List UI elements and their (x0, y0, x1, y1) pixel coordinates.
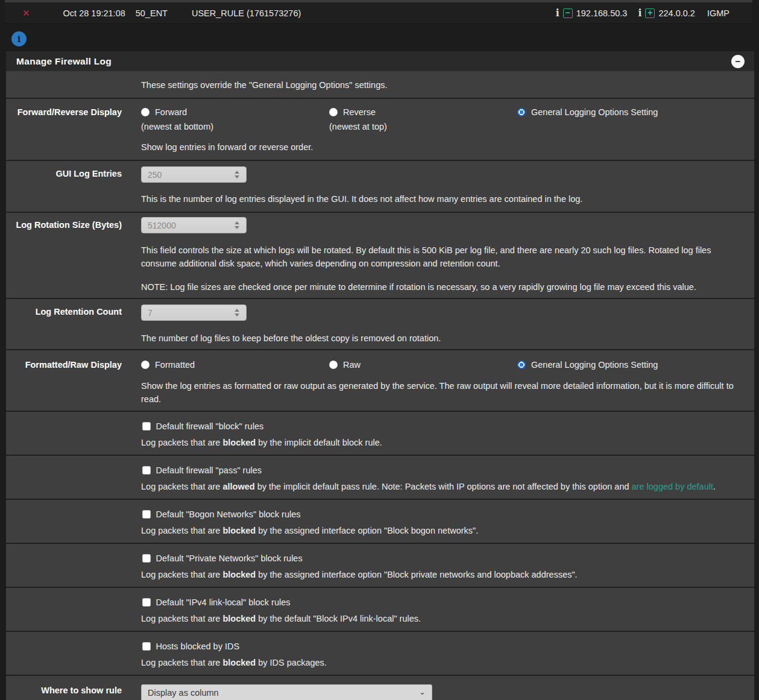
radio-option-general-logging[interactable]: General Logging Options Setting (517, 360, 658, 370)
bogon-networks-help: Log packets that are blocked by the assi… (141, 524, 740, 537)
default-block-rules-row: Default firewall "block" rules Log packe… (6, 411, 754, 455)
info-circle-icon[interactable]: i (11, 31, 27, 46)
bogon-networks-row: Default "Bogon Networks" block rules Log… (6, 499, 754, 543)
ipv4-linklocal-help: Log packets that are blocked by the defa… (141, 612, 740, 625)
log-rotation-label: Log Rotation Size (Bytes) (6, 213, 122, 298)
source-info-icon[interactable]: i (556, 7, 559, 19)
panel-title: Manage Firewall Log (16, 56, 112, 67)
forward-reverse-help: Show log entries in forward or reverse o… (141, 140, 740, 154)
log-rule: USER_RULE (1761573276) (192, 8, 301, 18)
gui-log-entries-row: GUI Log Entries 250 This is the number o… (6, 160, 754, 212)
private-networks-row: Default "Private Networks" block rules L… (6, 543, 754, 587)
radio-option-forward[interactable]: Forward (141, 107, 329, 117)
log-retention-label: Log Retention Count (6, 299, 122, 349)
where-to-show-rule-row: Where to show rule Display as column ⌄ (6, 675, 754, 700)
log-addresses: i − 192.168.50.3 i + 224.0.0.2 IGMP (556, 7, 729, 19)
log-retention-input[interactable]: 7 (141, 304, 247, 321)
where-to-show-rule-label: Where to show rule (6, 676, 122, 700)
logged-by-default-link[interactable]: are logged by default (632, 482, 713, 491)
default-block-rules-checkbox[interactable] (142, 422, 151, 430)
destination-easyrule-pass-icon[interactable]: + (645, 8, 655, 18)
spinner-down-icon[interactable] (235, 314, 239, 317)
forward-sub-label: (newest at bottom) (141, 122, 329, 131)
private-networks-label[interactable]: Default "Private Networks" block rules (156, 553, 303, 563)
log-rotation-row: Log Rotation Size (Bytes) 512000 This fi… (6, 212, 754, 298)
spinner-up-icon[interactable] (235, 171, 239, 174)
ipv4-linklocal-label[interactable]: Default "IPv4 link-local" block rules (156, 598, 291, 607)
hosts-blocked-ids-checkbox[interactable] (142, 642, 151, 651)
default-block-rules-help: Log packets that are blocked by the impl… (141, 436, 740, 449)
log-retention-row: Log Retention Count 7 The number of log … (6, 298, 754, 349)
manage-firewall-log-panel: Manage Firewall Log − These settings ove… (6, 51, 754, 700)
intro-text: These settings override the "General Log… (141, 78, 740, 92)
chevron-down-icon: ⌄ (419, 687, 426, 696)
log-rotation-note: NOTE: Log file sizes are checked once pe… (141, 280, 740, 294)
panel-body: These settings override the "General Log… (6, 71, 754, 700)
log-time: Oct 28 19:21:08 (63, 8, 125, 18)
number-spinner[interactable] (235, 218, 239, 233)
hosts-blocked-ids-label[interactable]: Hosts blocked by IDS (156, 642, 240, 651)
spinner-down-icon[interactable] (235, 226, 239, 229)
radio-general-logging-icon[interactable] (517, 108, 526, 116)
bogon-networks-label[interactable]: Default "Bogon Networks" block rules (156, 509, 301, 519)
panel-header: Manage Firewall Log − (6, 51, 754, 71)
ipv4-linklocal-checkbox[interactable] (142, 598, 151, 607)
gui-log-entries-input[interactable]: 250 (141, 166, 247, 183)
private-networks-help: Log packets that are blocked by the assi… (141, 568, 740, 581)
destination-ip[interactable]: 224.0.0.2 (658, 8, 694, 18)
default-pass-rules-row: Default firewall "pass" rules Log packet… (6, 455, 754, 499)
info-row: i (11, 31, 759, 46)
firewall-log-entry-row[interactable]: ✕ Oct 28 19:21:08 50_ENT USER_RULE (1761… (5, 2, 752, 24)
collapse-panel-button[interactable]: − (731, 55, 745, 68)
forward-reverse-row: Forward/Reverse Display Forward Reverse … (6, 98, 754, 160)
source-easyrule-block-icon[interactable]: − (563, 8, 573, 18)
destination-info-icon[interactable]: i (638, 7, 641, 19)
default-pass-rules-checkbox[interactable] (142, 466, 151, 475)
log-rotation-help: This field controls the size at which lo… (141, 244, 740, 270)
gui-log-entries-label: GUI Log Entries (6, 161, 122, 212)
number-spinner[interactable] (235, 167, 239, 182)
spinner-up-icon[interactable] (235, 309, 239, 312)
hosts-blocked-ids-row: Hosts blocked by IDS Log packets that ar… (6, 631, 754, 675)
default-pass-rules-help: Log packets that are allowed by the impl… (141, 480, 740, 493)
radio-option-formatted[interactable]: Formatted (141, 360, 329, 370)
log-retention-help: The number of log files to keep before t… (141, 332, 740, 345)
log-protocol[interactable]: IGMP (707, 8, 729, 18)
radio-reverse-icon[interactable] (329, 108, 338, 116)
forward-reverse-label: Forward/Reverse Display (6, 99, 122, 160)
spinner-down-icon[interactable] (235, 175, 239, 178)
private-networks-checkbox[interactable] (142, 554, 151, 563)
log-rotation-input[interactable]: 512000 (141, 217, 247, 233)
block-x-icon[interactable]: ✕ (22, 8, 30, 19)
ipv4-linklocal-row: Default "IPv4 link-local" block rules Lo… (6, 587, 754, 631)
radio-option-reverse[interactable]: Reverse (329, 107, 517, 117)
radio-option-raw[interactable]: Raw (329, 360, 517, 370)
source-ip[interactable]: 192.168.50.3 (576, 8, 628, 18)
number-spinner[interactable] (235, 305, 239, 320)
radio-general-logging-icon[interactable] (517, 361, 526, 369)
where-to-show-rule-select[interactable]: Display as column ⌄ (141, 684, 432, 700)
reverse-sub-label: (newest at top) (329, 122, 517, 131)
hosts-blocked-ids-help: Log packets that are blocked by IDS pack… (141, 656, 740, 669)
radio-option-general-logging[interactable]: General Logging Options Setting (517, 107, 658, 117)
bogon-networks-checkbox[interactable] (142, 510, 151, 519)
log-interface: 50_ENT (136, 8, 168, 18)
spinner-up-icon[interactable] (235, 221, 239, 224)
radio-formatted-icon[interactable] (141, 361, 150, 369)
gui-log-entries-help: This is the number of log entries displa… (141, 192, 740, 206)
radio-raw-icon[interactable] (329, 361, 338, 369)
intro-row: These settings override the "General Log… (6, 71, 754, 98)
formatted-raw-row: Formatted/Raw Display Formatted Raw Gene… (6, 349, 754, 411)
default-pass-rules-label[interactable]: Default firewall "pass" rules (156, 465, 262, 475)
formatted-raw-help: Show the log entries as formatted or raw… (141, 379, 740, 406)
default-block-rules-label[interactable]: Default firewall "block" rules (156, 421, 264, 431)
radio-forward-icon[interactable] (141, 108, 150, 116)
formatted-raw-label: Formatted/Raw Display (6, 350, 122, 411)
